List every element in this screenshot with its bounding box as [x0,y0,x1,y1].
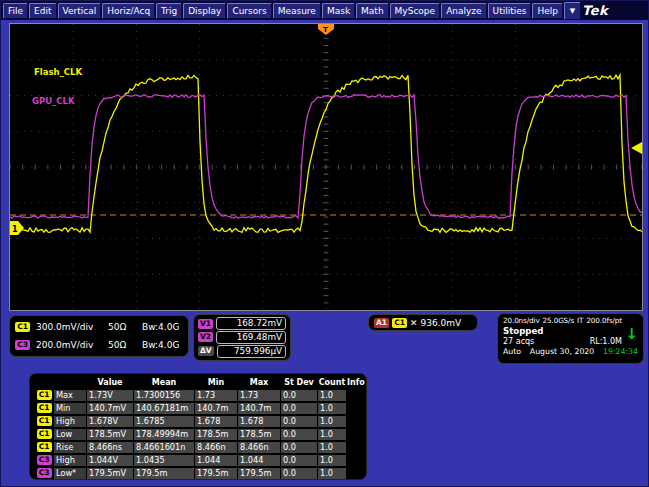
menu-item-mask[interactable]: Mask [322,3,355,19]
cursor-readout-panel[interactable]: V1168.72mVV2169.48mVΔV759.996µV [193,314,291,361]
acquisition-state: Stopped [503,326,638,336]
measurement-cell: 1.73 [195,390,237,401]
vertical-readout-panel[interactable]: C1300.0mV/div50ΩBw:4.0GC3200.0mV/div50ΩB… [9,315,189,357]
menu-item-cursors[interactable]: Cursors [227,3,271,19]
measurement-cell: 178.5m [195,429,237,440]
menu-item-display[interactable]: Display [183,3,226,19]
measurement-cell: 179.5m [134,468,194,479]
measurement-column-header: Value [87,378,133,387]
time-display: 19:24:34 [603,347,638,356]
measurement-row-low[interactable]: C3Low*179.5mV179.5m179.5m179.5m0.01.0 [35,467,361,479]
measurement-column-header: Max [238,378,280,387]
menu-item-file[interactable]: File [3,3,28,19]
measurement-cell: 178.5mV [87,429,133,440]
measurement-cell: 1.0 [318,468,346,479]
cursor-badge: V1 [198,319,213,329]
menu-item-utilities[interactable]: Utilities [488,3,532,19]
sample-rate-readout: 25.0GS/s [543,316,575,325]
measurement-name: Rise [54,442,86,453]
menu-item-help[interactable]: Help [532,3,563,19]
trigger-level-arrow[interactable] [631,142,642,154]
measurement-column-header: Mean [134,378,194,387]
measurement-name: Max [54,390,86,401]
acquisition-panel[interactable]: 20.0ns/div 25.0GS/s IT 200.0fs/pt Stoppe… [497,313,644,364]
measurement-row-high[interactable]: C3High1.044V1.04351.0441.0440.01.0 [35,454,361,466]
measurement-cell: 140.7m [195,403,237,414]
measurement-cell: 178.5m [238,429,280,440]
measurement-cell: 0.0 [281,403,317,414]
measurement-column-header: Min [195,378,237,387]
measurement-row-high[interactable]: C1High1.678V1.67851.6781.6780.01.0 [35,415,361,427]
menu-item-analyze[interactable]: Analyze [441,3,486,19]
menu-bar: FileEditVerticalHoriz/AcqTrigDisplayCurs… [1,1,648,20]
cursor-readout-1: V1168.72mV [198,317,286,330]
measurement-cell: 140.7mV [87,403,133,414]
measurement-cell: 1.678 [238,416,280,427]
tek-logo: Tek [582,3,608,18]
trigger-a-badge: A1 [374,318,389,328]
measurement-cell: 1.678 [195,416,237,427]
cursor-value: 759.996µV [217,345,286,358]
measurement-cell: 1.044 [195,455,237,466]
measurement-cell: 1.0 [318,429,346,440]
measurement-cell: 1.044V [87,455,133,466]
menu-item-edit[interactable]: Edit [29,3,56,19]
measurement-row-max[interactable]: C1Max1.73V1.73001561.731.730.01.0 [35,389,361,401]
trigger-readout-panel[interactable]: A1 C1 ✕ 936.0mV [368,314,478,331]
measurement-channel-badge: C3 [37,468,52,478]
measurement-cell: 179.5m [195,468,237,479]
measurement-cell: 178.49994m [134,429,194,440]
waveform-display[interactable]: T1 Flash_CLK GPU_CLK [9,23,643,311]
measurement-cell: 1.0 [318,403,346,414]
svg-text:1: 1 [12,225,18,234]
record-length: RL:1.0M [590,337,622,346]
measurement-cell: 140.67181m [134,403,194,414]
menu-item-math[interactable]: Math [356,3,389,19]
cursor-value: 169.48mV [216,331,286,344]
measurement-channel-badge: C1 [37,429,52,439]
menu-item-measure[interactable]: Measure [273,3,321,19]
termination-value: 50Ω [108,322,142,332]
menu-item-horiz-acq[interactable]: Horiz/Acq [102,3,155,19]
trigger-mode: Auto [503,347,521,356]
measurement-cell: 1.7300156 [134,390,194,401]
menu-dropdown-button[interactable]: ▼ [564,2,581,20]
measurement-cell: 1.73 [238,390,280,401]
measurement-cell: 1.0 [318,390,346,401]
ch3-trace-label: GPU_CLK [32,96,75,106]
menu-item-trig[interactable]: Trig [156,3,182,19]
measurement-row-min[interactable]: C1Min140.7mV140.67181m140.7m140.7m0.01.0 [35,402,361,414]
acquisition-count: 27 acqs [503,337,534,346]
measurement-name: High [54,416,86,427]
channel-readout-c1[interactable]: C1300.0mV/div50ΩBw:4.0G [15,322,183,332]
measurement-cell: 1.0435 [134,455,194,466]
measurement-channel-badge: C1 [37,442,52,452]
measurement-cell: 179.5m [238,468,280,479]
measurement-cell: 0.0 [281,468,317,479]
cursor-readout-3: ΔV759.996µV [198,345,286,358]
measurement-cell: 179.5mV [87,468,133,479]
channel-readout-c3[interactable]: C3200.0mV/div50ΩBw:4.0G [15,340,183,350]
sampling-mode-readout: IT [577,316,583,325]
measurement-column-header: Info [347,378,361,387]
measurement-table: ValueMeanMinMaxSt DevCountInfo C1Max1.73… [29,373,367,480]
measurement-name: Min [54,403,86,414]
measurement-cell: 0.0 [281,455,317,466]
measurement-row-rise[interactable]: C1Rise8.466ns8.4661601n8.466n8.466n0.01.… [35,441,361,453]
measurement-row-low[interactable]: C1Low178.5mV178.49994m178.5m178.5m0.01.0 [35,428,361,440]
menu-item-myscope[interactable]: MyScope [390,3,441,19]
waveform-svg: T1 [10,24,642,310]
bandwidth-value: Bw:4.0G [142,340,179,350]
channel-badge: C1 [15,322,30,332]
svg-text:T: T [323,26,328,34]
trigger-level-value: 936.0mV [421,318,462,328]
measurement-cell: 1.0 [318,455,346,466]
cursor-readout-2: V2169.48mV [198,331,286,344]
vertical-scale-value: 300.0mV/div [36,322,108,332]
menu-item-vertical[interactable]: Vertical [58,3,102,19]
measurement-cell: 8.466n [195,442,237,453]
measurement-header-row: ValueMeanMinMaxSt DevCountInfo [35,376,361,388]
measurement-cell: 1.0 [318,416,346,427]
measurement-channel-badge: C1 [37,390,52,400]
termination-value: 50Ω [108,340,142,350]
